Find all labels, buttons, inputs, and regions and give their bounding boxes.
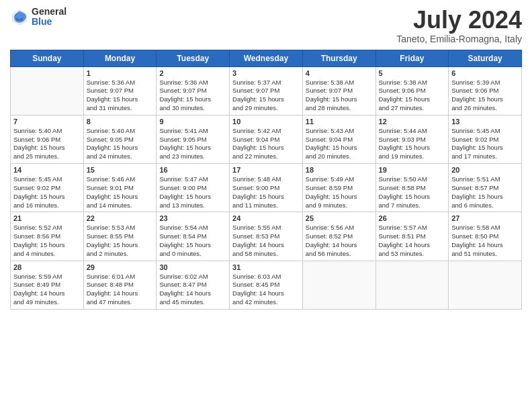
day-info: Sunrise: 5:36 AM Sunset: 9:07 PM Dayligh… [159, 79, 226, 113]
day-info: Sunrise: 6:02 AM Sunset: 8:47 PM Dayligh… [159, 273, 226, 307]
day-number: 7 [13, 118, 81, 126]
day-number: 8 [87, 118, 154, 126]
day-info: Sunrise: 5:36 AM Sunset: 9:07 PM Dayligh… [87, 79, 154, 113]
day-number: 16 [159, 166, 226, 174]
day-number: 9 [159, 118, 226, 126]
week-row-3: 14Sunrise: 5:45 AM Sunset: 9:02 PM Dayli… [11, 164, 522, 212]
logo-text: General Blue [32, 7, 66, 28]
day-number: 19 [379, 166, 446, 174]
day-cell: 26Sunrise: 5:57 AM Sunset: 8:51 PM Dayli… [375, 212, 449, 261]
day-info: Sunrise: 5:40 AM Sunset: 9:06 PM Dayligh… [13, 127, 81, 161]
day-cell: 14Sunrise: 5:45 AM Sunset: 9:02 PM Dayli… [11, 164, 84, 212]
day-info: Sunrise: 5:38 AM Sunset: 9:07 PM Dayligh… [306, 79, 373, 113]
day-number: 2 [159, 69, 226, 77]
day-cell: 30Sunrise: 6:02 AM Sunset: 8:47 PM Dayli… [157, 261, 230, 309]
day-info: Sunrise: 5:50 AM Sunset: 8:58 PM Dayligh… [379, 175, 446, 210]
day-number: 26 [379, 214, 446, 222]
day-header-thursday: Thursday [302, 50, 375, 66]
day-number: 3 [232, 69, 300, 77]
day-info: Sunrise: 5:51 AM Sunset: 8:57 PM Dayligh… [451, 175, 519, 210]
day-cell: 15Sunrise: 5:46 AM Sunset: 9:01 PM Dayli… [83, 164, 157, 212]
day-cell: 13Sunrise: 5:45 AM Sunset: 9:02 PM Dayli… [449, 115, 522, 163]
day-header-tuesday: Tuesday [157, 50, 230, 66]
day-number: 17 [232, 166, 300, 174]
day-cell: 7Sunrise: 5:40 AM Sunset: 9:06 PM Daylig… [11, 115, 84, 163]
day-cell: 19Sunrise: 5:50 AM Sunset: 8:58 PM Dayli… [375, 164, 449, 212]
day-number: 20 [451, 166, 519, 174]
day-cell: 17Sunrise: 5:48 AM Sunset: 9:00 PM Dayli… [230, 164, 303, 212]
day-number: 22 [87, 214, 154, 222]
day-info: Sunrise: 5:53 AM Sunset: 8:55 PM Dayligh… [87, 224, 154, 258]
day-cell: 4Sunrise: 5:38 AM Sunset: 9:07 PM Daylig… [302, 66, 375, 115]
day-number: 23 [159, 214, 226, 222]
day-cell: 16Sunrise: 5:47 AM Sunset: 9:00 PM Dayli… [157, 164, 230, 212]
day-cell [449, 261, 522, 309]
day-header-monday: Monday [83, 50, 157, 66]
day-number: 10 [232, 118, 300, 126]
day-number: 4 [306, 69, 373, 77]
week-row-4: 21Sunrise: 5:52 AM Sunset: 8:56 PM Dayli… [11, 212, 522, 261]
day-number: 12 [379, 118, 446, 126]
day-info: Sunrise: 5:38 AM Sunset: 9:06 PM Dayligh… [379, 79, 446, 113]
day-cell: 27Sunrise: 5:58 AM Sunset: 8:50 PM Dayli… [449, 212, 522, 261]
main-title: July 2024 [396, 7, 522, 34]
day-number: 25 [306, 214, 373, 222]
day-number: 13 [451, 118, 519, 126]
day-info: Sunrise: 5:45 AM Sunset: 9:02 PM Dayligh… [13, 175, 81, 210]
day-cell: 28Sunrise: 5:59 AM Sunset: 8:49 PM Dayli… [11, 261, 84, 309]
day-cell: 10Sunrise: 5:42 AM Sunset: 9:04 PM Dayli… [230, 115, 303, 163]
day-cell [11, 66, 84, 115]
day-cell: 24Sunrise: 5:55 AM Sunset: 8:53 PM Dayli… [230, 212, 303, 261]
day-cell: 31Sunrise: 6:03 AM Sunset: 8:45 PM Dayli… [230, 261, 303, 309]
day-number: 14 [13, 166, 81, 174]
day-info: Sunrise: 5:49 AM Sunset: 8:59 PM Dayligh… [306, 175, 373, 210]
day-info: Sunrise: 5:54 AM Sunset: 8:54 PM Dayligh… [159, 224, 226, 258]
logo: General Blue [10, 7, 66, 28]
header-row: SundayMondayTuesdayWednesdayThursdayFrid… [11, 50, 522, 66]
day-cell: 22Sunrise: 5:53 AM Sunset: 8:55 PM Dayli… [83, 212, 157, 261]
day-cell: 9Sunrise: 5:41 AM Sunset: 9:05 PM Daylig… [157, 115, 230, 163]
week-row-2: 7Sunrise: 5:40 AM Sunset: 9:06 PM Daylig… [11, 115, 522, 163]
day-info: Sunrise: 6:01 AM Sunset: 8:48 PM Dayligh… [87, 273, 154, 307]
day-header-wednesday: Wednesday [230, 50, 303, 66]
day-info: Sunrise: 5:48 AM Sunset: 9:00 PM Dayligh… [232, 175, 300, 210]
day-info: Sunrise: 5:52 AM Sunset: 8:56 PM Dayligh… [13, 224, 81, 258]
day-header-sunday: Sunday [11, 50, 84, 66]
day-cell: 3Sunrise: 5:37 AM Sunset: 9:07 PM Daylig… [230, 66, 303, 115]
subtitle: Taneto, Emilia-Romagna, Italy [396, 34, 522, 44]
day-info: Sunrise: 5:41 AM Sunset: 9:05 PM Dayligh… [159, 127, 226, 161]
day-cell: 12Sunrise: 5:44 AM Sunset: 9:03 PM Dayli… [375, 115, 449, 163]
day-number: 27 [451, 214, 519, 222]
day-cell: 2Sunrise: 5:36 AM Sunset: 9:07 PM Daylig… [157, 66, 230, 115]
day-info: Sunrise: 5:56 AM Sunset: 8:52 PM Dayligh… [306, 224, 373, 258]
day-cell: 8Sunrise: 5:40 AM Sunset: 9:05 PM Daylig… [83, 115, 157, 163]
day-info: Sunrise: 5:57 AM Sunset: 8:51 PM Dayligh… [379, 224, 446, 258]
day-cell [375, 261, 449, 309]
day-number: 5 [379, 69, 446, 77]
day-info: Sunrise: 5:37 AM Sunset: 9:07 PM Dayligh… [232, 79, 300, 113]
day-cell: 6Sunrise: 5:39 AM Sunset: 9:06 PM Daylig… [449, 66, 522, 115]
day-cell [302, 261, 375, 309]
day-info: Sunrise: 5:46 AM Sunset: 9:01 PM Dayligh… [87, 175, 154, 210]
logo-blue-text: Blue [32, 17, 66, 27]
day-info: Sunrise: 5:55 AM Sunset: 8:53 PM Dayligh… [232, 224, 300, 258]
title-block: July 2024 Taneto, Emilia-Romagna, Italy [396, 7, 522, 44]
day-info: Sunrise: 5:44 AM Sunset: 9:03 PM Dayligh… [379, 127, 446, 161]
logo-icon [10, 7, 29, 26]
day-number: 24 [232, 214, 300, 222]
day-header-friday: Friday [375, 50, 449, 66]
day-number: 21 [13, 214, 81, 222]
day-cell: 5Sunrise: 5:38 AM Sunset: 9:06 PM Daylig… [375, 66, 449, 115]
day-number: 31 [232, 263, 300, 271]
day-number: 18 [306, 166, 373, 174]
day-info: Sunrise: 5:39 AM Sunset: 9:06 PM Dayligh… [451, 79, 519, 113]
day-info: Sunrise: 6:03 AM Sunset: 8:45 PM Dayligh… [232, 273, 300, 307]
day-number: 28 [13, 263, 81, 271]
day-info: Sunrise: 5:47 AM Sunset: 9:00 PM Dayligh… [159, 175, 226, 210]
day-number: 11 [306, 118, 373, 126]
header: General Blue July 2024 Taneto, Emilia-Ro… [10, 7, 522, 44]
day-cell: 29Sunrise: 6:01 AM Sunset: 8:48 PM Dayli… [83, 261, 157, 309]
week-row-1: 1Sunrise: 5:36 AM Sunset: 9:07 PM Daylig… [11, 66, 522, 115]
day-cell: 21Sunrise: 5:52 AM Sunset: 8:56 PM Dayli… [11, 212, 84, 261]
page: General Blue July 2024 Taneto, Emilia-Ro… [0, 0, 532, 411]
